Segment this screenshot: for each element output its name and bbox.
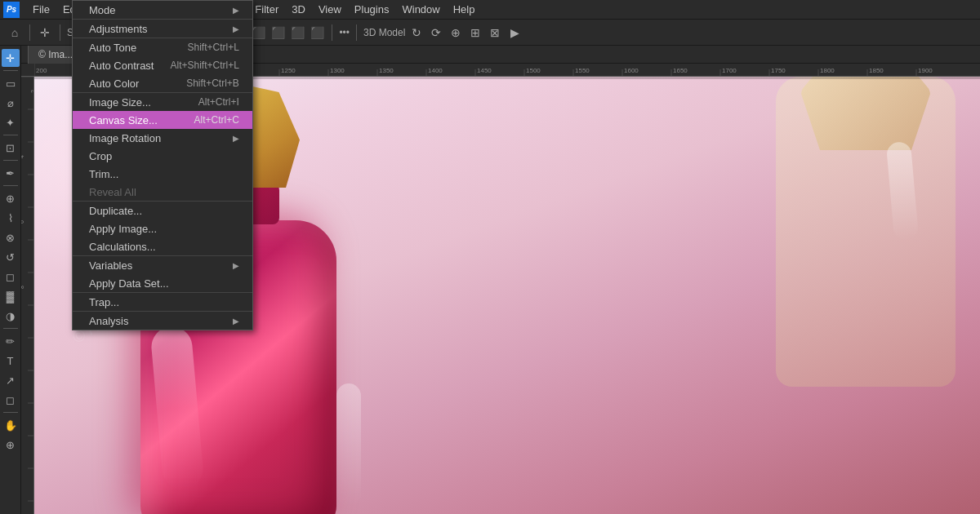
menu-3d[interactable]: 3D	[285, 0, 312, 20]
ruler-v-svg: 2 4 6 8	[21, 77, 34, 514]
menu-adjustments[interactable]: Adjustments ▶	[73, 20, 252, 38]
svg-text:1600: 1600	[624, 67, 639, 74]
more-options[interactable]: •••	[339, 27, 350, 38]
auto-contrast-label: Auto Contrast	[89, 60, 154, 72]
svg-text:1650: 1650	[673, 67, 688, 74]
hand-tool[interactable]: ✋	[2, 416, 20, 434]
duplicate-label: Duplicate...	[89, 205, 142, 217]
zoom-tool[interactable]: ⊕	[2, 436, 20, 454]
adjustments-submenu-arrow: ▶	[233, 24, 239, 33]
3d-drag-icon[interactable]: ⊕	[448, 24, 464, 41]
menu-group-mode: Mode ▶	[73, 1, 252, 20]
align-center-v-icon[interactable]: ⬛	[270, 24, 286, 41]
svg-text:1550: 1550	[575, 67, 590, 74]
3d-rotate-icon[interactable]: ↻	[408, 24, 425, 41]
eraser-tool[interactable]: ◻	[2, 268, 20, 286]
svg-text:1800: 1800	[820, 67, 835, 74]
menu-filter[interactable]: Filter	[248, 0, 285, 20]
auto-color-shortcut: Shift+Ctrl+B	[186, 78, 239, 89]
toolbar-separator-1	[29, 24, 30, 41]
tool-separator-5	[3, 328, 18, 329]
menu-trap[interactable]: Trap...	[73, 293, 252, 311]
menu-image-size[interactable]: Image Size... Alt+Ctrl+I	[73, 93, 252, 111]
menu-trim[interactable]: Trim...	[73, 165, 252, 183]
menu-view[interactable]: View	[312, 0, 348, 20]
distribute-icon[interactable]: ⬛	[309, 24, 325, 41]
tool-separator-1	[3, 70, 18, 71]
svg-text:1500: 1500	[526, 67, 541, 74]
3d-video-icon[interactable]: ▶	[506, 24, 523, 41]
svg-text:1450: 1450	[477, 67, 492, 74]
menu-apply-image[interactable]: Apply Image...	[73, 219, 252, 237]
3d-model-label: 3D Model	[363, 27, 405, 38]
svg-text:200: 200	[36, 67, 47, 74]
analysis-submenu-arrow: ▶	[233, 317, 239, 326]
menu-plugins[interactable]: Plugins	[348, 0, 396, 20]
rotation-submenu-arrow: ▶	[233, 134, 239, 143]
crop-tool[interactable]: ⊡	[2, 139, 20, 157]
type-tool[interactable]: T	[2, 352, 20, 370]
menu-file[interactable]: File	[26, 0, 56, 20]
move-tool-icon[interactable]: ✛	[37, 24, 53, 41]
svg-text:1900: 1900	[918, 67, 933, 74]
pen-tool[interactable]: ✏	[2, 332, 20, 350]
magic-wand-tool[interactable]: ✦	[2, 113, 20, 131]
eyedropper-tool[interactable]: ✒	[2, 164, 20, 182]
home-icon[interactable]: ⌂	[7, 24, 23, 41]
menu-group-duplicate: Duplicate... Apply Image... Calculations…	[73, 202, 252, 256]
menu-crop[interactable]: Crop	[73, 147, 252, 165]
stamp-tool[interactable]: ⊗	[2, 228, 20, 246]
toolbar-separator-5	[356, 24, 357, 41]
3d-slide-icon[interactable]: ⊞	[467, 24, 483, 41]
svg-text:6: 6	[21, 220, 24, 224]
calculations-label: Calculations...	[89, 241, 156, 253]
menu-group-adjustments: Adjustments ▶	[73, 20, 252, 38]
3d-pan-icon[interactable]: ⟳	[428, 24, 444, 41]
menu-group-auto: Auto Tone Shift+Ctrl+L Auto Contrast Alt…	[73, 38, 252, 93]
menu-duplicate[interactable]: Duplicate...	[73, 202, 252, 219]
reveal-all-label: Reveal All	[89, 186, 136, 198]
shape-tool[interactable]: ◻	[2, 391, 20, 409]
history-brush-tool[interactable]: ↺	[2, 248, 20, 266]
apply-data-set-label: Apply Data Set...	[89, 277, 169, 290]
menu-group-trap: Trap...	[73, 293, 252, 312]
mode-submenu-arrow: ▶	[233, 6, 239, 15]
image-rotation-label: Image Rotation	[89, 132, 161, 144]
brush-tool[interactable]: ⌇	[2, 209, 20, 227]
svg-text:1350: 1350	[379, 67, 394, 74]
svg-text:1750: 1750	[771, 67, 786, 74]
move-tool[interactable]: ✛	[2, 49, 20, 67]
menu-auto-contrast[interactable]: Auto Contrast Alt+Shift+Ctrl+L	[73, 56, 252, 74]
menu-image-rotation[interactable]: Image Rotation ▶	[73, 129, 252, 147]
lasso-tool[interactable]: ⌀	[2, 94, 20, 112]
menu-auto-tone[interactable]: Auto Tone Shift+Ctrl+L	[73, 38, 252, 56]
tool-separator-2	[3, 135, 18, 135]
analysis-label: Analysis	[89, 315, 128, 327]
menu-calculations[interactable]: Calculations...	[73, 237, 252, 255]
3d-scale-icon[interactable]: ⊠	[487, 24, 503, 41]
gradient-tool[interactable]: ▓	[2, 287, 20, 305]
svg-text:1250: 1250	[281, 67, 296, 74]
menu-reveal-all: Reveal All	[73, 183, 252, 201]
menu-group-variables: Variables ▶ Apply Data Set...	[73, 256, 252, 293]
menu-mode[interactable]: Mode ▶	[73, 1, 252, 19]
menu-analysis[interactable]: Analysis ▶	[73, 312, 252, 330]
rect-select-tool[interactable]: ▭	[2, 74, 20, 92]
path-select-tool[interactable]: ↗	[2, 371, 20, 389]
apply-image-label: Apply Image...	[89, 223, 157, 235]
ps-logo: Ps	[3, 2, 20, 18]
menu-apply-data-set[interactable]: Apply Data Set...	[73, 274, 252, 292]
menu-adjustments-label: Adjustments	[89, 23, 148, 35]
image-size-shortcut: Alt+Ctrl+I	[198, 96, 239, 108]
dodge-tool[interactable]: ◑	[2, 307, 20, 325]
menu-help[interactable]: Help	[447, 0, 482, 20]
menu-auto-color[interactable]: Auto Color Shift+Ctrl+B	[73, 74, 252, 92]
svg-text:1850: 1850	[869, 67, 884, 74]
menu-variables[interactable]: Variables ▶	[73, 256, 252, 274]
align-bottom-icon[interactable]: ⬛	[289, 24, 305, 41]
healing-tool[interactable]: ⊕	[2, 189, 20, 207]
menu-window[interactable]: Window	[395, 0, 446, 20]
variables-submenu-arrow: ▶	[233, 261, 239, 270]
image-dropdown-menu: Mode ▶ Adjustments ▶ Auto Tone Shift+Ctr…	[72, 0, 253, 330]
menu-canvas-size[interactable]: Canvas Size... Alt+Ctrl+C	[73, 111, 252, 129]
